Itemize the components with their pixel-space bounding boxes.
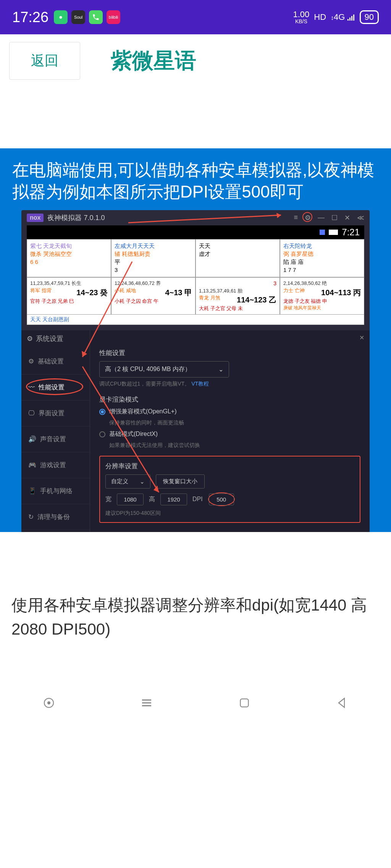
emu-signal-icon (320, 230, 325, 235)
chevron-down-icon: ⌄ (218, 366, 223, 373)
ziwei-chart: 紫七 天龙天截旬 微杀 哭池福空空 6 6 左咸大月天天天 辅 耗德魁厨贵 平 … (27, 239, 364, 277)
more-icon[interactable]: ≪ (357, 214, 364, 222)
svg-rect-11 (241, 699, 249, 707)
arrow-annotation-2 (79, 262, 155, 361)
chart-cell: 3 1,13,25,37,49,61 胎 青龙 月煞114~123 乙 大耗 子… (196, 277, 280, 315)
network-speed: 1.00 KB/S (293, 10, 309, 24)
dpi-input[interactable]: 500 (209, 493, 234, 505)
app-icon-4: bilibili (107, 10, 120, 24)
ziwei-chart-row2: 11,23,35,47,59,71 长生 将军 指背14~23 癸 官符 子之原… (27, 277, 364, 315)
width-label: 宽 (105, 495, 111, 503)
svg-marker-3 (82, 351, 87, 357)
phone-icon (89, 10, 103, 24)
page-title: 紫微星语 (95, 47, 382, 76)
nox-settings-panel: ⚙ 系统设置 ✕ ⚙基础设置 〰性能设置 🖵界面设置 🔊声音设置 (21, 330, 370, 532)
phone-icon: 📱 (28, 487, 36, 495)
status-time: 17:26 (12, 9, 48, 26)
nav-menu-icon[interactable] (140, 696, 153, 711)
emu-battery-icon (329, 230, 338, 235)
nox-logo: nox (27, 214, 44, 222)
chart-cell: 2,14,26,38,50,62 绝 力士 亡神104~113 丙 龙德 子之友… (280, 277, 364, 315)
sidebar-item-phone[interactable]: 📱手机与网络 (21, 478, 90, 504)
back-button[interactable]: 返回 (9, 42, 80, 80)
phone-nav-bar (0, 687, 391, 727)
monitor-icon: 🖵 (28, 410, 35, 417)
battery-indicator: 90 (360, 10, 379, 24)
sidebar-item-sound[interactable]: 🔊声音设置 (21, 426, 90, 452)
bottom-instruction-text: 使用各种安卓模拟器调整分辨率和dpi(如宽1440 高2080 DPI500) (0, 570, 391, 687)
close-icon[interactable]: ✕ (344, 214, 350, 222)
emulator-screen: 7:21 紫七 天龙天截旬 微杀 哭池福空空 6 6 左咸大月天天天 辅 耗德魁… (27, 225, 364, 325)
arrow-annotation-1 (128, 212, 289, 223)
gear-icon: ⚙ (27, 334, 33, 343)
svg-marker-1 (276, 213, 281, 218)
settings-icon: ⚙ (28, 357, 34, 365)
arrow-annotation-3 (82, 366, 166, 496)
instruction-section: 在电脑端使用,可以借助各种安卓模拟器,以夜神模拟器为例如本图所示把DPI设置50… (0, 148, 391, 532)
chart-cell: 天天 虚才 (196, 239, 280, 277)
refresh-icon: ↻ (28, 513, 34, 521)
nox-title: 夜神模拟器 7.0.1.0 (47, 213, 105, 222)
dpi-label: DPI (192, 496, 203, 503)
menu-icon[interactable]: ≡ (294, 214, 298, 222)
nav-recent-icon[interactable] (42, 696, 56, 711)
emu-time: 7:21 (342, 227, 360, 238)
nox-emulator-window: nox 夜神模拟器 7.0.1.0 ≡ ⚙ — ☐ ✕ ≪ 7:21 (21, 210, 370, 532)
network-indicator: ↕4G (331, 12, 355, 22)
settings-icon[interactable]: ⚙ (305, 214, 311, 222)
nav-back-icon[interactable] (335, 696, 349, 711)
app-header: 返回 紫微星语 (0, 34, 391, 87)
dpi-circle-annotation: 500 (208, 492, 235, 506)
phone-status-bar: 17:26 ● Soul bilibili 1.00 KB/S HD ↕4G 9… (0, 0, 391, 34)
svg-line-2 (82, 262, 132, 357)
maximize-icon[interactable]: ☐ (331, 214, 338, 222)
svg-line-4 (82, 366, 159, 492)
settings-close-icon[interactable]: ✕ (359, 334, 364, 341)
vt-tutorial-link[interactable]: VT教程 (191, 381, 209, 387)
sidebar-item-game[interactable]: 🎮游戏设置 (21, 452, 90, 478)
app-icon-soul: Soul (71, 10, 85, 24)
sidebar-item-performance[interactable]: 〰性能设置 (21, 375, 90, 400)
hd-indicator: HD (314, 12, 326, 22)
app-icon-1: ● (54, 10, 68, 24)
instruction-text: 在电脑端使用,可以借助各种安卓模拟器,以夜神模拟器为例如本图所示把DPI设置50… (12, 159, 379, 203)
svg-line-0 (128, 215, 281, 223)
nox-titlebar: nox 夜神模拟器 7.0.1.0 ≡ ⚙ — ☐ ✕ ≪ (21, 210, 370, 225)
chart-cell: 右天陀铃龙 弼 喜罗星德 陷 庙 庙 1 7 7 (280, 239, 364, 277)
minimize-icon[interactable]: — (318, 214, 325, 222)
settings-title: ⚙ 系统设置 (27, 334, 63, 343)
svg-marker-5 (153, 485, 159, 492)
height-label: 高 (149, 495, 155, 503)
chart-cell-extra: 天天 天台副恩副 (27, 315, 364, 325)
sidebar-item-cleanup[interactable]: ↻清理与备份 (21, 504, 90, 530)
nav-home-icon[interactable] (238, 696, 251, 711)
gamepad-icon: 🎮 (28, 461, 36, 469)
sidebar-item-interface[interactable]: 🖵界面设置 (21, 400, 90, 426)
speaker-icon: 🔊 (28, 435, 36, 443)
circle-annotation (26, 378, 83, 395)
svg-point-7 (48, 702, 50, 704)
